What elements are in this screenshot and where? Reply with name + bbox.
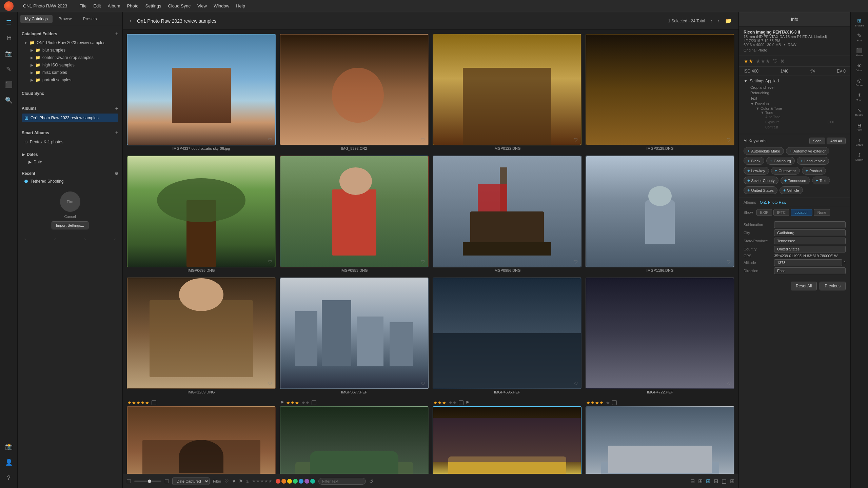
rating-empty[interactable]: ★★★ [756,58,770,64]
camera-tether-btn[interactable]: 📸 [2,440,16,453]
heart-filter[interactable]: ♡ [224,479,229,484]
add-all-btn[interactable]: Add All [827,138,846,144]
menu-cloud-sync[interactable]: Cloud Sync [168,3,191,8]
reject-btn[interactable]: ✕ [780,58,785,64]
menu-view[interactable]: View [197,3,207,8]
photo-heart-1[interactable]: ♡ [421,137,425,143]
photo-thumb-14[interactable] [433,406,581,474]
photo-heart-2[interactable]: ♡ [574,137,578,143]
view-panel-left[interactable]: ⊟ [690,478,695,484]
photo-thumb-8[interactable]: ♡ [127,278,276,389]
photo-cell-1[interactable]: ♡ IMG_8392.CR2 [280,34,429,151]
star-filter[interactable]: ★★★★★ [252,479,272,484]
view-panel-right[interactable]: ⊞ [730,478,734,484]
photo-cell-13[interactable]: ⚑ ★★★★★ ♡ YIMGP0996.DNG [280,399,429,474]
tab-my-catalogs[interactable]: My Catalogs [20,15,53,23]
keyword-tennessee[interactable]: + Tennessee [781,177,810,184]
photo-heart-10[interactable]: ♡ [574,381,578,386]
search-btn[interactable]: 🔍 [2,94,16,107]
altitude-input[interactable] [774,259,842,266]
sublocation-input[interactable] [774,221,846,228]
scan-btn[interactable]: Scan [809,138,825,144]
photo-thumb-7[interactable]: ♡ [586,156,734,267]
view-compare[interactable]: ◫ [722,478,727,484]
show-tab-exif[interactable]: EXIF [756,209,772,216]
photo-heart-6[interactable]: ♡ [574,259,578,265]
keyword-gatlinburg[interactable]: + Gatlinburg [766,157,795,165]
photo-cell-10[interactable]: ♡ IMGP4695.PEF [433,278,581,395]
swatch-teal[interactable] [310,479,315,484]
menu-settings[interactable]: Settings [145,3,161,8]
show-tab-none[interactable]: None [814,209,830,216]
country-input[interactable] [774,246,846,252]
photo-thumb-5[interactable]: ♡ [280,156,429,267]
tone-icon-btn[interactable]: ☀ Tone [853,90,866,104]
state-input[interactable] [774,238,846,244]
bottom-checkbox2[interactable] [165,479,169,483]
nav-back-arrow[interactable]: ‹ [128,16,133,26]
direction-input[interactable] [774,267,846,274]
expand-right-arrow[interactable]: › [54,236,56,241]
folder-root[interactable]: ▼ 📁 ON1 Photo Raw 2023 review samples [22,39,118,46]
photo-cell-11[interactable]: ♡ IMGP4722.PEF [586,278,734,395]
keyword-black[interactable]: + Black [744,157,764,165]
checkbox-12[interactable] [152,400,156,405]
settings-header[interactable]: ▼ Settings Applied [744,79,846,83]
photo-thumb-2[interactable]: ♡ [433,34,581,145]
resize-icon-btn[interactable]: ⤡ Resize [853,105,866,119]
photo-thumb-4[interactable]: ♡ [127,156,276,267]
swatch-yellow[interactable] [287,479,292,484]
photo-cell-8[interactable]: ♡ IMGP1239.DNG [127,278,276,395]
menu-file[interactable]: File [79,3,86,8]
swatch-blue[interactable] [299,479,303,484]
checkbox-14[interactable] [459,400,463,405]
sort-select[interactable]: Date Captured [172,477,210,485]
photo-cell-5[interactable]: ♡ IMGP0953.DNG [280,156,429,273]
monitor-btn[interactable]: 🖥 [2,31,16,45]
view-icon-btn[interactable]: 👁 View [853,60,866,74]
tab-presets[interactable]: Presets [78,15,102,23]
keyword-product[interactable]: + Product [802,167,826,175]
photo-cell-9[interactable]: ♡ IMGP3677.PEF [280,278,429,395]
flag-filter[interactable]: ⚑ [239,479,243,484]
photo-thumb-11[interactable]: ♡ [586,278,734,389]
menu-edit[interactable]: Edit [93,3,101,8]
photo-thumb-0[interactable]: ♡ [127,34,276,145]
city-input[interactable] [774,229,846,236]
photo-cell-0[interactable]: ♡ IMGP4337-ocudro...atic-sky-06.jpg [127,34,276,151]
view-grid-detail[interactable]: ⊟ [714,478,718,484]
thumb-size-slider[interactable] [134,481,161,482]
expand-left-arrow[interactable]: ‹ [24,236,26,241]
photo-cell-2[interactable]: ♡ IMGP0122.DNG [433,34,581,151]
recent-settings-icon[interactable]: ⚙ [115,171,118,176]
keyword-united-states[interactable]: + United States [744,186,777,194]
photo-heart-7[interactable]: ♡ [727,259,731,265]
folder-view-icon[interactable]: 📁 [724,16,733,25]
focus-icon-btn[interactable]: ◎ Focus [853,75,866,89]
photo-heart-9[interactable]: ♡ [421,381,425,386]
add-album-btn[interactable]: + [115,105,118,111]
photo-cell-15[interactable]: ★★★★★ ♡ YIMGP0780.DNG [586,399,734,474]
smart-album-pentax[interactable]: ⊙ Pentax K-1 photos [22,138,118,146]
photo-heart-11[interactable]: ♡ [727,381,731,386]
show-tab-iptc[interactable]: IPTC [773,209,789,216]
pano-icon-btn[interactable]: ⬛ Pano [853,45,866,59]
photo-heart-3[interactable]: ♡ [727,137,731,143]
swatch-green[interactable] [293,479,298,484]
view-grid[interactable]: ⊞ [706,478,710,484]
photo-heart-4[interactable]: ♡ [268,259,272,265]
view-filmstrip[interactable]: ⊞ [698,478,703,484]
person-btn[interactable]: 👤 [2,455,16,469]
export-icon-btn[interactable]: ⤴ Export [853,150,866,163]
swatch-red[interactable] [276,479,280,484]
select-all-checkbox[interactable] [127,479,131,483]
cancel-btn[interactable]: Cancel [64,215,76,219]
photo-cell-12[interactable]: ★★★★★ ♡ DSCF5445.RAF [127,399,276,474]
photo-cell-7[interactable]: ♡ IMGP1196.DNG [586,156,734,273]
photo-thumb-15[interactable]: ♡ [586,406,734,474]
photo-thumb-6[interactable]: ♡ [433,156,581,267]
photo-thumb-13[interactable]: ♡ [280,406,429,474]
photo-cell-6[interactable]: ♡ IMGP0986.DNG [433,156,581,273]
edit-btn[interactable]: ✎ [2,62,16,76]
menu-help[interactable]: Help [236,3,245,8]
